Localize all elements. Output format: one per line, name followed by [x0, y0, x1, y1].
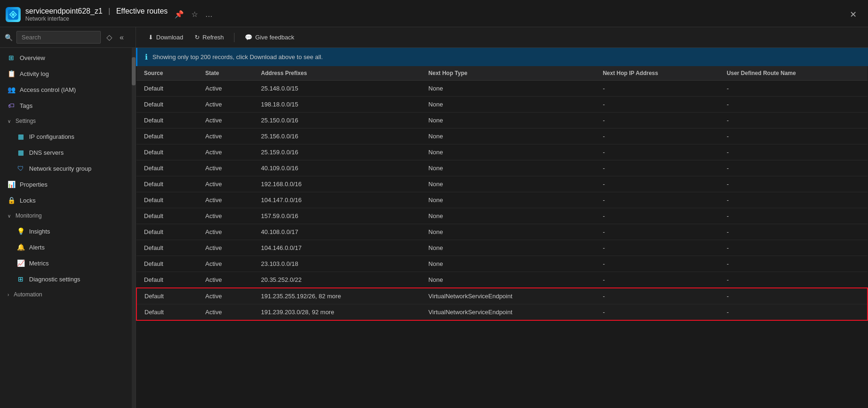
table-row[interactable]: DefaultActive20.35.252.0/22None-- [136, 272, 868, 288]
sidebar-scroll-thumb[interactable] [132, 57, 136, 85]
cell-11-1: Active [198, 256, 254, 272]
nav-icon: 🏷 [8, 102, 15, 109]
table-row[interactable]: DefaultActive40.108.0.0/17None-- [136, 224, 868, 240]
sidebar-item-insights[interactable]: 💡 Insights [0, 223, 132, 239]
table-row[interactable]: DefaultActive104.147.0.0/16None-- [136, 192, 868, 208]
sidebar-item-access-control[interactable]: 👥 Access control (IAM) [0, 82, 132, 98]
cell-11-3: None [421, 256, 596, 272]
table-row[interactable]: DefaultActive25.156.0.0/16None-- [136, 128, 868, 144]
table-row[interactable]: DefaultActive191.235.255.192/26, 82 more… [136, 288, 868, 304]
table-row[interactable]: DefaultActive104.146.0.0/17None-- [136, 240, 868, 256]
cell-6-1: Active [198, 176, 254, 192]
table-row[interactable]: DefaultActive25.150.0.0/16None-- [136, 113, 868, 128]
feedback-icon: 💬 [245, 34, 252, 41]
info-message: Showing only top 200 records, click Down… [152, 53, 323, 60]
title-separator: | [108, 7, 110, 15]
sidebar-item-metrics[interactable]: 📈 Metrics [0, 255, 132, 271]
download-button[interactable]: ⬇ Download [143, 31, 188, 44]
cell-14-4: - [595, 304, 719, 321]
chevron-icon: ∨ [8, 213, 11, 219]
sidebar-item-diagnostic-settings[interactable]: ⊞ Diagnostic settings [0, 271, 132, 287]
sidebar-item-settings[interactable]: ∨ Settings [0, 113, 132, 128]
close-button[interactable]: ✕ [846, 8, 860, 22]
table-row[interactable]: DefaultActive157.59.0.0/16None-- [136, 208, 868, 224]
cell-12-5: - [719, 272, 868, 288]
table-body: DefaultActive25.148.0.0/15None--DefaultA… [136, 81, 868, 321]
sidebar-item-label: Access control (IAM) [20, 86, 76, 93]
sidebar-item-automation[interactable]: › Automation [0, 287, 132, 302]
sidebar-collapse-btn[interactable]: « [118, 31, 126, 44]
sidebar-item-label: Insights [29, 228, 50, 235]
refresh-icon: ↻ [195, 34, 200, 41]
sidebar-item-overview[interactable]: ⊞ Overview [0, 50, 132, 66]
sidebar-item-properties[interactable]: 📊 Properties [0, 176, 132, 192]
feedback-label: Give feedback [255, 34, 294, 41]
star-icon[interactable]: ☆ [189, 9, 200, 20]
cell-4-4: - [595, 144, 719, 160]
nav-icon: 💡 [17, 227, 24, 235]
pin-icon[interactable]: 📌 [173, 9, 186, 20]
feedback-button[interactable]: 💬 Give feedback [240, 31, 299, 44]
cell-5-3: None [421, 160, 596, 176]
cell-4-1: Active [198, 144, 254, 160]
info-icon: ℹ [145, 53, 148, 61]
cell-4-0: Default [136, 144, 198, 160]
sidebar-item-monitoring[interactable]: ∨ Monitoring [0, 208, 132, 223]
sidebar-item-tags[interactable]: 🏷 Tags [0, 98, 132, 113]
chevron-icon: › [8, 292, 9, 297]
sidebar-nav: ⊞ Overview 📋 Activity log 👥 Access contr… [0, 48, 132, 408]
cell-9-0: Default [136, 224, 198, 240]
cell-8-1: Active [198, 208, 254, 224]
cell-14-1: Active [198, 304, 254, 321]
sidebar-scrollbar[interactable] [132, 48, 136, 408]
cell-10-0: Default [136, 240, 198, 256]
cell-2-4: - [595, 113, 719, 128]
cell-11-2: 23.103.0.0/18 [254, 256, 421, 272]
sidebar: 🔍 ◇ « ⊞ Overview 📋 Activity log 👥 Access… [0, 27, 136, 408]
title-bar-left: serviceendpoint628_z1 | Effective routes… [6, 7, 215, 22]
table-area: SourceStateAddress PrefixesNext Hop Type… [136, 66, 868, 408]
cell-13-0: Default [136, 288, 198, 304]
nav-icon: 🛡 [17, 165, 24, 172]
table-row[interactable]: DefaultActive25.148.0.0/15None-- [136, 81, 868, 97]
sidebar-item-label: Diagnostic settings [29, 276, 80, 283]
cell-7-3: None [421, 192, 596, 208]
sidebar-item-ip-configurations[interactable]: ▦ IP configurations [0, 128, 132, 144]
refresh-button[interactable]: ↻ Refresh [190, 31, 229, 44]
sidebar-item-network-security-group[interactable]: 🛡 Network security group [0, 160, 132, 176]
cell-13-4: - [595, 288, 719, 304]
sidebar-item-locks[interactable]: 🔒 Locks [0, 192, 132, 208]
table-row[interactable]: DefaultActive191.239.203.0/28, 92 moreVi… [136, 304, 868, 321]
sidebar-item-label: Settings [15, 118, 36, 124]
nav-icon: 📈 [17, 259, 24, 267]
cell-6-0: Default [136, 176, 198, 192]
table-row[interactable]: DefaultActive40.109.0.0/16None-- [136, 160, 868, 176]
cell-6-3: None [421, 176, 596, 192]
table-row[interactable]: DefaultActive25.159.0.0/16None-- [136, 144, 868, 160]
cell-3-3: None [421, 128, 596, 144]
title-icons: 📌 ☆ … [173, 9, 215, 20]
cell-3-0: Default [136, 128, 198, 144]
cell-7-2: 104.147.0.0/16 [254, 192, 421, 208]
sidebar-item-activity-log[interactable]: 📋 Activity log [0, 66, 132, 82]
cell-7-5: - [719, 192, 868, 208]
table-row[interactable]: DefaultActive192.168.0.0/16None-- [136, 176, 868, 192]
cell-12-4: - [595, 272, 719, 288]
cell-2-5: - [719, 113, 868, 128]
refresh-label: Refresh [203, 34, 224, 41]
cell-13-2: 191.235.255.192/26, 82 more [254, 288, 421, 304]
title-main: serviceendpoint628_z1 | Effective routes [25, 7, 168, 15]
col-header-1: State [198, 66, 254, 81]
search-input[interactable] [16, 31, 101, 44]
table-row[interactable]: DefaultActive198.18.0.0/15None-- [136, 97, 868, 113]
sidebar-item-dns-servers[interactable]: ▦ DNS servers [0, 144, 132, 160]
title-subtitle: Network interface [25, 15, 168, 22]
sidebar-action-btn[interactable]: ◇ [105, 31, 114, 44]
routes-table: SourceStateAddress PrefixesNext Hop Type… [136, 66, 868, 321]
nav-icon: 📋 [8, 70, 15, 77]
more-icon[interactable]: … [204, 9, 215, 20]
table-row[interactable]: DefaultActive23.103.0.0/18None-- [136, 256, 868, 272]
nav-icon: ▦ [17, 133, 24, 140]
sidebar-item-alerts[interactable]: 🔔 Alerts [0, 239, 132, 255]
cell-5-2: 40.109.0.0/16 [254, 160, 421, 176]
